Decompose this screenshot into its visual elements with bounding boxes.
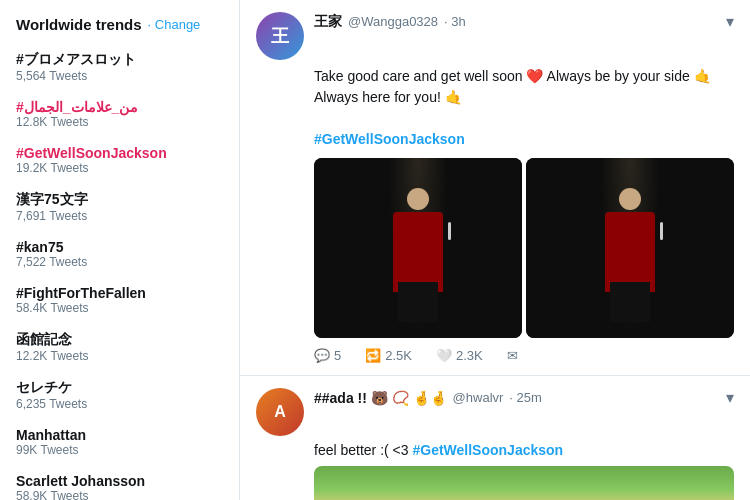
comment-icon xyxy=(314,348,330,363)
tweet-1-actions: 5 2.5K 2.3K xyxy=(256,348,734,363)
trend-count: 5,564 Tweets xyxy=(16,69,223,83)
performer-right-bg xyxy=(526,158,734,338)
like-action[interactable]: 2.3K xyxy=(436,348,483,363)
performer-head-left xyxy=(407,188,429,210)
tweet-1-body: Take good care and get well soon ❤️ Alwa… xyxy=(256,66,734,150)
tweet-2-hashtag[interactable]: #GetWellSoonJackson xyxy=(412,442,563,458)
trend-count: 6,235 Tweets xyxy=(16,397,223,411)
trend-count: 58.4K Tweets xyxy=(16,301,223,315)
performer-mic-left xyxy=(448,222,451,240)
retweet-icon xyxy=(365,348,381,363)
tweet-2-avatar-image: A xyxy=(256,388,304,436)
tweet-1-meta: 王家 @Wangga0328 · 3h ▾ xyxy=(314,12,734,31)
dm-action[interactable] xyxy=(507,348,518,363)
tweet-1-header: 王 王家 @Wangga0328 · 3h ▾ xyxy=(256,12,734,60)
comment-count: 5 xyxy=(334,348,341,363)
trend-item[interactable]: セレチケ6,235 Tweets xyxy=(0,371,239,419)
tweet-1-name-row: 王家 @Wangga0328 · 3h ▾ xyxy=(314,12,734,31)
performer-mic-right xyxy=(660,222,663,240)
trend-hashtag: #GetWellSoonJackson xyxy=(16,145,223,161)
tweet-2-name: ##ada !! 🐻 📿 🤞🤞 xyxy=(314,390,447,406)
tweet-1-name: 王家 xyxy=(314,13,342,31)
trend-hashtag: #ブロメアスロット xyxy=(16,51,223,69)
retweet-count: 2.5K xyxy=(385,348,412,363)
trend-hashtag: 漢字75文字 xyxy=(16,191,223,209)
tweet-2-time: · 25m xyxy=(509,390,542,405)
trend-count: 99K Tweets xyxy=(16,443,223,457)
retweet-action[interactable]: 2.5K xyxy=(365,348,412,363)
trend-hashtag: #FightForTheFallen xyxy=(16,285,223,301)
like-icon xyxy=(436,348,452,363)
trend-count: 19.2K Tweets xyxy=(16,161,223,175)
trend-count: 12.8K Tweets xyxy=(16,115,223,129)
tweet-2-image xyxy=(314,466,734,500)
trend-hashtag: #من_علامات_الجمال xyxy=(16,99,223,115)
tweet-2-text: feel better :( <3 xyxy=(314,442,412,458)
trend-item[interactable]: Scarlett Johansson58.9K Tweets xyxy=(0,465,239,500)
trend-hashtag: Scarlett Johansson xyxy=(16,473,223,489)
sidebar-header: Worldwide trends · Change xyxy=(0,16,239,43)
trend-count: 58.9K Tweets xyxy=(16,489,223,500)
tweet-2-body: feel better :( <3 #GetWellSoonJackson xyxy=(256,442,734,458)
trend-hashtag: 函館記念 xyxy=(16,331,223,349)
tweet-2-name-row: ##ada !! 🐻 📿 🤞🤞 @hwalvr · 25m ▾ xyxy=(314,388,734,407)
trend-item[interactable]: #GetWellSoonJackson19.2K Tweets xyxy=(0,137,239,183)
change-link[interactable]: · Change xyxy=(148,17,201,32)
performer-figure-right xyxy=(595,188,665,328)
tweet-1-images xyxy=(256,158,734,338)
tweet-1-image-right xyxy=(526,158,734,338)
main-feed: 王 王家 @Wangga0328 · 3h ▾ Take good care a… xyxy=(240,0,750,500)
trend-count: 7,691 Tweets xyxy=(16,209,223,223)
trend-count: 12.2K Tweets xyxy=(16,349,223,363)
performer-figure-left xyxy=(383,188,453,328)
tweet-1-time: · 3h xyxy=(444,14,466,29)
trend-item[interactable]: #FightForTheFallen58.4K Tweets xyxy=(0,277,239,323)
trend-item[interactable]: #kan757,522 Tweets xyxy=(0,231,239,277)
tweet-1-avatar-image: 王 xyxy=(256,12,304,60)
tweet-1-chevron-icon[interactable]: ▾ xyxy=(726,12,734,31)
dm-icon xyxy=(507,348,518,363)
tweet-2-avatar: A xyxy=(256,388,304,436)
tweet-2: A ##ada !! 🐻 📿 🤞🤞 @hwalvr · 25m ▾ feel b… xyxy=(240,376,750,500)
trend-item[interactable]: 漢字75文字7,691 Tweets xyxy=(0,183,239,231)
performer-left-bg xyxy=(314,158,522,338)
trend-hashtag: #kan75 xyxy=(16,239,223,255)
sidebar-title: Worldwide trends xyxy=(16,16,142,33)
performer-jacket-left xyxy=(393,212,443,292)
tweet-1: 王 王家 @Wangga0328 · 3h ▾ Take good care a… xyxy=(240,0,750,376)
trend-item[interactable]: #ブロメアスロット5,564 Tweets xyxy=(0,43,239,91)
tweet-1-hashtag[interactable]: #GetWellSoonJackson xyxy=(314,131,465,147)
like-count: 2.3K xyxy=(456,348,483,363)
performer-jacket-right xyxy=(605,212,655,292)
trend-item[interactable]: Manhattan99K Tweets xyxy=(0,419,239,465)
tweet-2-meta: ##ada !! 🐻 📿 🤞🤞 @hwalvr · 25m ▾ xyxy=(314,388,734,407)
trend-hashtag: Manhattan xyxy=(16,427,223,443)
trend-hashtag: セレチケ xyxy=(16,379,223,397)
trend-item[interactable]: 函館記念12.2K Tweets xyxy=(0,323,239,371)
trend-item[interactable]: #من_علامات_الجمال12.8K Tweets xyxy=(0,91,239,137)
tweet-1-image-left xyxy=(314,158,522,338)
tweet-2-header: A ##ada !! 🐻 📿 🤞🤞 @hwalvr · 25m ▾ xyxy=(256,388,734,436)
trend-count: 7,522 Tweets xyxy=(16,255,223,269)
comment-action[interactable]: 5 xyxy=(314,348,341,363)
tweet-2-image-container xyxy=(256,466,734,500)
tweet-1-handle[interactable]: @Wangga0328 xyxy=(348,14,438,29)
performer-head-right xyxy=(619,188,641,210)
sidebar: Worldwide trends · Change #ブロメアスロット5,564… xyxy=(0,0,240,500)
tweet-2-image-inner xyxy=(314,466,734,500)
tweet-2-handle[interactable]: @hwalvr xyxy=(453,390,504,405)
tweet-1-avatar: 王 xyxy=(256,12,304,60)
trend-list: #ブロメアスロット5,564 Tweets#من_علامات_الجمال12… xyxy=(0,43,239,500)
tweet-2-chevron-icon[interactable]: ▾ xyxy=(726,388,734,407)
tweet-1-text: Take good care and get well soon ❤️ Alwa… xyxy=(314,68,711,105)
